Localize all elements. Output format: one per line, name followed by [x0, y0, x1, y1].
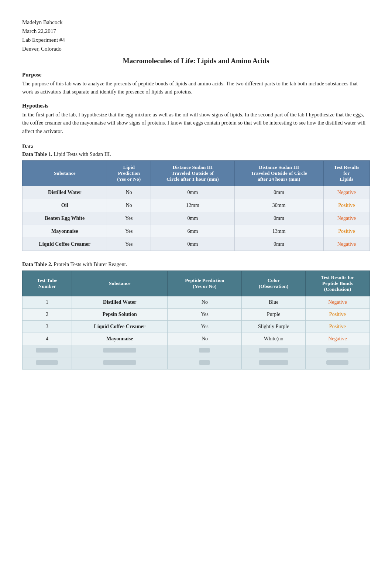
result-cell: Positive — [323, 225, 369, 238]
prediction-cell: Yes — [168, 321, 242, 333]
table1-caption: Data Table 1. Lipid Tests with Sudan III… — [22, 151, 370, 157]
result-cell: Negative — [305, 333, 369, 345]
col-lipid-prediction: LipidPrediction(Yes or No) — [107, 161, 151, 186]
purpose-heading: Purpose — [22, 72, 370, 78]
substance-cell: Beaten Egg White — [23, 212, 107, 225]
tube-cell: 2 — [23, 309, 72, 321]
result-cell: Negative — [323, 186, 369, 199]
prediction-cell: No — [107, 199, 151, 212]
substance-cell: Distilled Water — [23, 186, 107, 199]
color-cell: Purple — [242, 309, 305, 321]
substance-cell: Pepsin Solution — [72, 309, 168, 321]
dist1hr-cell: 0mm — [151, 212, 235, 225]
table2-header-row: Test TubeNumber Substance Peptide Predic… — [23, 271, 370, 296]
protein-table: Test TubeNumber Substance Peptide Predic… — [22, 271, 370, 370]
hypothesis-body: In the first part of the lab, I hypothes… — [22, 110, 370, 135]
color-cell: Blue — [242, 296, 305, 309]
result-cell: Negative — [323, 238, 369, 251]
dist24hr-cell: 13mm — [234, 225, 323, 238]
substance-cell — [72, 345, 168, 357]
table1-caption-text: Lipid Tests with Sudan III. — [52, 151, 111, 157]
dist1hr-cell: 12mm — [151, 199, 235, 212]
table-row: Mayonnaise Yes 6mm 13mm Positive — [23, 225, 370, 238]
substance-cell: Oil — [23, 199, 107, 212]
substance-cell — [72, 357, 168, 370]
col-dist-1hr: Distance Sudan IIITraveled Outside ofCir… — [151, 161, 235, 186]
color-cell — [242, 345, 305, 357]
result-cell — [305, 345, 369, 357]
col-dist-24hr: Distance Sudan IIITraveled Outside of Ci… — [234, 161, 323, 186]
prediction-cell: Yes — [107, 238, 151, 251]
header-info: Madelyn Babcock March 22,2017 Lab Experi… — [22, 18, 370, 53]
author-name: Madelyn Babcock — [22, 18, 370, 27]
table2-caption: Data Table 2. Protein Tests with Biuret … — [22, 261, 370, 268]
color-cell: Slightly Purple — [242, 321, 305, 333]
col-peptide-prediction: Peptide Prediction(Yes or No) — [168, 271, 242, 296]
color-cell — [242, 357, 305, 370]
substance-cell: Mayonnaise — [23, 225, 107, 238]
location: Denver, Colorado — [22, 44, 370, 53]
dist24hr-cell: 0mm — [234, 186, 323, 199]
table1-caption-bold: Data Table 1. — [22, 151, 52, 157]
blurred-table-row — [23, 357, 370, 370]
date: March 22,2017 — [22, 27, 370, 35]
hypothesis-heading: Hypothesis — [22, 103, 370, 109]
col-color: Color(Observation) — [242, 271, 305, 296]
tube-cell: 3 — [23, 321, 72, 333]
table-row: Beaten Egg White Yes 0mm 0mm Negative — [23, 212, 370, 225]
result-cell: Negative — [323, 212, 369, 225]
data-heading: Data — [22, 143, 370, 150]
table-row: Oil No 12mm 30mm Positive — [23, 199, 370, 212]
tube-cell: 1 — [23, 296, 72, 309]
dist24hr-cell: 0mm — [234, 238, 323, 251]
protein-table-body: 1 Distilled Water No Blue Negative 2 Pep… — [23, 296, 370, 370]
prediction-cell: No — [107, 186, 151, 199]
table-row: 4 Mayonnaise No White(no Negative — [23, 333, 370, 345]
main-title: Macromolecules of Life: Lipids and Amino… — [22, 57, 370, 65]
tube-cell: 4 — [23, 333, 72, 345]
substance-cell: Distilled Water — [72, 296, 168, 309]
lipid-table-body: Distilled Water No 0mm 0mm Negative Oil … — [23, 186, 370, 251]
purpose-body: The purpose of this lab was to analyze t… — [22, 79, 370, 96]
dist1hr-cell: 0mm — [151, 238, 235, 251]
dist24hr-cell: 30mm — [234, 199, 323, 212]
result-cell: Negative — [305, 296, 369, 309]
dist24hr-cell: 0mm — [234, 212, 323, 225]
blurred-table-row — [23, 345, 370, 357]
data-section: Data Data Table 1. Lipid Tests with Suda… — [22, 143, 370, 370]
col-test-results: Test ResultsforLipids — [323, 161, 369, 186]
table2-caption-bold: Data Table 2. — [22, 261, 52, 267]
dist1hr-cell: 0mm — [151, 186, 235, 199]
result-cell: Positive — [323, 199, 369, 212]
col-tube-number: Test TubeNumber — [23, 271, 72, 296]
table1-header-row: Substance LipidPrediction(Yes or No) Dis… — [23, 161, 370, 186]
lipid-table: Substance LipidPrediction(Yes or No) Dis… — [22, 160, 370, 251]
prediction-cell: Yes — [107, 212, 151, 225]
substance-cell: Liquid Coffee Creamer — [23, 238, 107, 251]
dist1hr-cell: 6mm — [151, 225, 235, 238]
substance-cell: Mayonnaise — [72, 333, 168, 345]
substance-cell: Liquid Coffee Creamer — [72, 321, 168, 333]
prediction-cell: Yes — [107, 225, 151, 238]
table2-caption-text: Protein Tests with Biuret Reagent. — [52, 261, 127, 267]
prediction-cell: No — [168, 296, 242, 309]
tube-cell — [23, 357, 72, 370]
col-substance: Substance — [23, 161, 107, 186]
tube-cell — [23, 345, 72, 357]
col-substance-2: Substance — [72, 271, 168, 296]
table-row: Liquid Coffee Creamer Yes 0mm 0mm Negati… — [23, 238, 370, 251]
result-cell: Positive — [305, 321, 369, 333]
table-row: Distilled Water No 0mm 0mm Negative — [23, 186, 370, 199]
prediction-cell — [168, 345, 242, 357]
prediction-cell: Yes — [168, 309, 242, 321]
lab-number: Lab Experiment #4 — [22, 35, 370, 44]
table-row: 2 Pepsin Solution Yes Purple Positive — [23, 309, 370, 321]
prediction-cell: No — [168, 333, 242, 345]
table-row: 1 Distilled Water No Blue Negative — [23, 296, 370, 309]
table-row: 3 Liquid Coffee Creamer Yes Slightly Pur… — [23, 321, 370, 333]
prediction-cell — [168, 357, 242, 370]
result-cell: Positive — [305, 309, 369, 321]
col-test-results-2: Test Results forPeptide Bonds(Conclusion… — [305, 271, 369, 296]
color-cell: White(no — [242, 333, 305, 345]
result-cell — [305, 357, 369, 370]
